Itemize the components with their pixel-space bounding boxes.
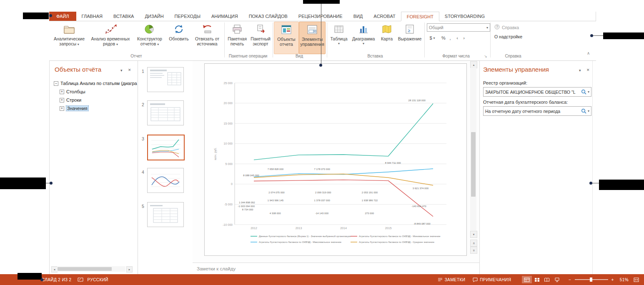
batch-print-button[interactable]: Пакетная печать: [226, 22, 248, 53]
tab-view[interactable]: ВИД: [348, 12, 368, 21]
slide-thumbnail-2[interactable]: [147, 100, 184, 125]
comments-toggle-button[interactable]: ПРИМЕЧАНИЯ: [473, 278, 511, 282]
insert-table-button[interactable]: Таблица ▾: [328, 22, 349, 53]
tree-expand-icon[interactable]: +: [60, 106, 64, 111]
slide-thumbnail-4[interactable]: [147, 168, 184, 193]
vscroll-down-arrow[interactable]: ▾: [470, 231, 477, 238]
report-objects-toggle-button[interactable]: Объекты отчета: [274, 22, 299, 54]
tree-expand-icon[interactable]: +: [60, 90, 64, 94]
slide-canvas[interactable]: -10 000-5 00005 00010 00015 00020 00025 …: [204, 63, 467, 256]
timeseries-analysis-button[interactable]: Анализ временных рядов ▾: [88, 22, 133, 53]
thumbnail-number: 5: [142, 204, 144, 209]
help-button[interactable]: ? Справка: [494, 24, 519, 30]
group-label-insert: Вставка: [327, 53, 423, 59]
tab-foresight[interactable]: FORESIGHT: [401, 12, 439, 21]
tab-slideshow[interactable]: ПОКАЗ СЛАЙДОВ: [243, 12, 293, 21]
insert-chart-button[interactable]: Диаграмма ▾: [351, 22, 376, 53]
tab-design[interactable]: ДИЗАЙН: [139, 12, 169, 21]
vscroll-up-arrow[interactable]: ▴: [470, 61, 477, 68]
hscroll-right-arrow[interactable]: ▸: [126, 266, 133, 272]
dialog-launcher-icon[interactable]: ↘: [483, 53, 489, 59]
tree-item-rows[interactable]: + Строки: [60, 96, 81, 104]
notes-icon: [438, 278, 443, 282]
chart-data-label: -1 003 094 000: [238, 205, 255, 208]
notes-toggle-button[interactable]: ЗАМЕТКИ: [438, 278, 466, 282]
dropdown-caret-icon[interactable]: ▾: [588, 90, 589, 94]
zoom-slider-thumb[interactable]: [590, 278, 592, 282]
slideshow-view-button[interactable]: [552, 276, 562, 283]
next-slide-button[interactable]: »: [470, 247, 477, 254]
collapse-ribbon-button[interactable]: ∧: [587, 51, 590, 55]
tree-item-columns[interactable]: + Столбцы: [60, 88, 85, 95]
chart-data-label: 8 944 711 000: [385, 162, 401, 164]
panel-menu-caret-icon[interactable]: ▾: [579, 68, 581, 72]
spellcheck-icon[interactable]: [78, 277, 83, 282]
tab-insert[interactable]: ВСТАВКА: [108, 12, 139, 21]
tree-collapse-icon[interactable]: −: [54, 81, 58, 86]
reading-view-button[interactable]: [542, 276, 552, 283]
zoom-percentage[interactable]: 51%: [620, 278, 629, 282]
button-label: Пакетный: [251, 36, 271, 41]
zoom-out-button[interactable]: −: [569, 278, 571, 282]
tab-transitions[interactable]: ПЕРЕХОДЫ: [169, 12, 206, 21]
currency-symbol: $: [429, 35, 432, 40]
notes-bar[interactable]: Заметки к слайду: [193, 262, 479, 275]
chart-y-tick-label: 25 000: [224, 82, 233, 85]
fit-slide-to-window-button[interactable]: [634, 278, 639, 282]
thousands-separator-button[interactable]: ,: [448, 34, 453, 42]
panel-close-icon[interactable]: ✕: [128, 68, 131, 72]
slide-thumbnail-1[interactable]: [147, 67, 184, 92]
dropdown-caret-icon[interactable]: ▾: [588, 109, 589, 113]
number-format-combobox[interactable]: Общий ▾: [427, 23, 490, 32]
notes-placeholder: Заметки к слайду: [197, 266, 236, 271]
panel-close-icon[interactable]: ✕: [586, 68, 590, 72]
tab-animations[interactable]: АНИМАЦИЯ: [206, 12, 243, 21]
tab-file[interactable]: ФАЙЛ: [49, 12, 76, 21]
slide-sorter-view-button[interactable]: [532, 276, 542, 283]
about-addin-button[interactable]: О надстройке: [494, 34, 522, 39]
normal-view-button[interactable]: [522, 276, 532, 283]
balance-date-combobox[interactable]: На отчетную дату отчетного периода ▾: [483, 106, 591, 116]
tab-storyboarding[interactable]: STORYBOARDING: [439, 12, 490, 21]
tree-expand-icon[interactable]: +: [60, 98, 64, 102]
slide-thumbnail-5[interactable]: [147, 202, 184, 227]
tab-home[interactable]: ГЛАВНАЯ: [76, 12, 108, 21]
chart-legend-label: Агрегаты бухгалтерского баланса по ОКВЭД…: [259, 241, 342, 243]
printer-icon: [232, 23, 243, 35]
chart-y-tick-label: 10 000: [224, 142, 233, 145]
vscroll-thumb[interactable]: [471, 132, 476, 197]
zoom-slider-track[interactable]: [575, 279, 608, 280]
controls-toggle-button[interactable]: Элементы управления: [299, 22, 326, 54]
hscroll-thumb[interactable]: [58, 267, 112, 271]
zoom-in-button[interactable]: +: [611, 278, 614, 282]
batch-export-button[interactable]: Пакетный экспорт: [249, 22, 272, 53]
decrease-decimal-button[interactable]: ‹: [454, 34, 460, 42]
tree-item-root[interactable]: − Таблица Анализ по статьям (диагра: [54, 80, 137, 87]
currency-format-button[interactable]: $ ▾: [427, 34, 438, 42]
tab-acrobat[interactable]: ACROBAT: [368, 12, 401, 21]
hscroll-left-arrow[interactable]: ◂: [51, 266, 58, 272]
increase-decimal-button[interactable]: ›: [461, 34, 467, 42]
report-builder-button[interactable]: Конструктор отчетов ▾: [133, 22, 167, 53]
tab-review[interactable]: РЕЦЕНЗИРОВАНИЕ: [293, 12, 348, 21]
refresh-icon: [173, 23, 185, 35]
panel-menu-caret-icon[interactable]: ▾: [120, 68, 123, 72]
insert-map-button[interactable]: Карта: [378, 22, 396, 53]
unlink-source-button[interactable]: Отвязать от источника: [191, 22, 223, 53]
chart-data-label: 7 178 073 000: [314, 168, 331, 170]
refresh-button[interactable]: Обновить: [167, 22, 191, 53]
org-registry-combobox[interactable]: ЗАКРЫТОЕ АКЦИОНЕРНОЕ ОБЩЕСТВО "L ▾: [483, 87, 591, 97]
slide-indicator[interactable]: СЛАЙД 2 ИЗ 2: [42, 278, 72, 282]
tree-item-values[interactable]: + Значения: [60, 105, 88, 112]
previous-slide-button[interactable]: «: [470, 240, 477, 247]
callout-connector-line: [321, 4, 321, 64]
search-icon[interactable]: [581, 89, 586, 95]
language-indicator[interactable]: РУССКИЙ: [88, 278, 108, 282]
analytic-queries-button[interactable]: Аналитические запросы ▾: [50, 22, 88, 53]
search-icon[interactable]: [581, 108, 586, 114]
button-label: запросы ▾: [59, 41, 79, 47]
insert-expression-button[interactable]: ≥ Выражение: [397, 22, 423, 53]
percent-format-button[interactable]: %: [440, 34, 447, 42]
balance-date-label: Отчетная дата бухгалтерского баланса:: [483, 100, 568, 105]
slide-thumbnail-3-selected[interactable]: [147, 135, 185, 160]
